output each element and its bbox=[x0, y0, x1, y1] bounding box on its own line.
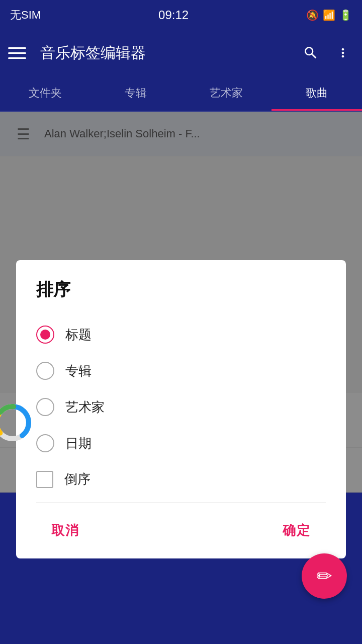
cancel-button[interactable]: 取消 bbox=[36, 517, 95, 544]
status-bar: 无SIM 09:12 🔕 📶 🔋 bbox=[0, 0, 362, 30]
dialog-actions: 取消 确定 bbox=[36, 502, 326, 558]
tab-album[interactable]: 专辑 bbox=[90, 75, 181, 111]
option-date-label: 日期 bbox=[65, 435, 92, 452]
option-album[interactable]: 专辑 bbox=[36, 353, 326, 389]
song-list: ☰ Alan Walker;Iselin Solheim - F... 排序 标… bbox=[0, 112, 362, 493]
wifi-icon: 📶 bbox=[323, 9, 335, 21]
edit-fab[interactable]: ✏ bbox=[302, 553, 347, 599]
search-button[interactable] bbox=[300, 42, 322, 64]
battery-icon: 🔋 bbox=[339, 9, 352, 21]
sort-dialog: 排序 标题 专辑 艺术家 日期 倒序 取消 确定 bbox=[16, 260, 346, 558]
toolbar: 音乐标签编辑器 bbox=[0, 30, 362, 75]
tabs: 文件夹 专辑 艺术家 歌曲 bbox=[0, 75, 362, 112]
edit-icon: ✏ bbox=[316, 565, 332, 587]
radio-artist[interactable] bbox=[36, 398, 54, 416]
dialog-title: 排序 bbox=[36, 278, 326, 301]
more-button[interactable] bbox=[332, 42, 354, 64]
toolbar-title: 音乐标签编辑器 bbox=[40, 43, 290, 63]
option-title[interactable]: 标题 bbox=[36, 316, 326, 353]
option-album-label: 专辑 bbox=[65, 362, 92, 380]
radio-album[interactable] bbox=[36, 362, 54, 380]
option-reverse-label: 倒序 bbox=[64, 470, 90, 488]
option-title-label: 标题 bbox=[65, 326, 92, 344]
menu-button[interactable] bbox=[8, 42, 30, 64]
option-reverse[interactable]: 倒序 bbox=[36, 461, 326, 497]
loader-icon bbox=[0, 400, 35, 445]
checkbox-reverse[interactable] bbox=[36, 471, 53, 488]
tab-folder[interactable]: 文件夹 bbox=[0, 75, 90, 111]
mute-icon: 🔕 bbox=[306, 9, 319, 21]
tab-artist[interactable]: 艺术家 bbox=[181, 75, 272, 111]
option-artist[interactable]: 艺术家 bbox=[36, 389, 326, 425]
confirm-button[interactable]: 确定 bbox=[267, 517, 326, 544]
tab-song[interactable]: 歌曲 bbox=[272, 75, 362, 111]
radio-title[interactable] bbox=[36, 326, 54, 344]
time-label: 09:12 bbox=[158, 8, 189, 22]
option-artist-label: 艺术家 bbox=[65, 398, 105, 416]
radio-date[interactable] bbox=[36, 434, 54, 452]
option-date[interactable]: 日期 bbox=[36, 425, 326, 461]
carrier-label: 无SIM bbox=[10, 8, 41, 23]
status-icons: 🔕 📶 🔋 bbox=[306, 9, 352, 21]
toolbar-actions bbox=[300, 42, 354, 64]
